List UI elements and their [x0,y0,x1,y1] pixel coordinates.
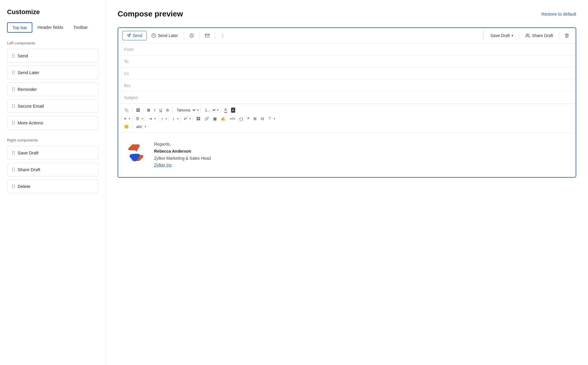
strikethrough-button[interactable]: S [164,107,171,114]
sig-company-link[interactable]: Zylker Inc [154,163,172,167]
save-draft-chevron-icon: ▾ [512,34,513,38]
signature-text: Regards, Rebecca Anderson Zylker Marketi… [154,141,211,169]
code-button[interactable]: </> [228,115,237,122]
superscript-button[interactable]: x² [182,115,189,122]
tab-top-bar[interactable]: Top bar [7,22,32,33]
drag-handle-send-later [12,71,15,74]
cc-input[interactable] [136,71,570,76]
indent-button[interactable]: ⇥ [147,115,154,122]
svg-point-8 [527,34,528,35]
component-send-later-label: Send Later [18,70,39,75]
compose-toolbar: Send Send Later [118,28,576,44]
italic-button[interactable]: I [152,107,157,114]
underline-button[interactable]: U [158,107,164,114]
share-draft-icon [525,33,530,38]
company-logo [125,141,149,164]
component-send[interactable]: Send [7,49,98,63]
rich-toolbar-row-3: 🙂 abc ▾ [122,123,572,130]
rt-divider-3 [172,108,173,113]
restore-to-default-link[interactable]: Restore to default [542,11,576,16]
highlight-button[interactable]: A [229,106,237,114]
spellcheck-button[interactable]: abc [134,123,144,130]
share-draft-label: Share Draft [532,33,553,38]
send-icon [127,34,131,38]
code-block-button[interactable]: { } [238,115,245,122]
reminder-icon [189,33,194,38]
toolbar-divider-2 [199,32,200,39]
tab-bar: Top bar Header fields Toolbar [7,22,98,33]
save-draft-label: Save Draft [490,33,510,38]
svg-point-7 [223,37,223,37]
drag-handle-reminder [12,87,15,91]
align-chevron-icon: ▾ [129,117,130,120]
font-size-chevron-icon: ▾ [217,108,219,112]
more-format-button[interactable]: ⊤ [266,115,273,122]
rt-divider-11 [193,116,193,121]
attachment-button[interactable]: 📎 [122,107,131,114]
image-button[interactable]: 🖼 [134,107,142,114]
list-button[interactable]: ☰ [134,115,141,122]
send-button[interactable]: Send [122,31,147,40]
svg-point-6 [223,35,223,36]
component-share-draft[interactable]: Share Draft [7,163,98,176]
page-title: Compose preview [118,9,183,19]
sig-greeting: Regards, [154,141,211,148]
rt-divider-5 [220,108,221,113]
subject-input[interactable] [138,95,570,100]
rt-divider-8 [158,116,158,121]
font-color-button[interactable]: A [223,106,229,114]
font-family-select[interactable]: Tahoma [174,107,196,114]
signature-button[interactable]: ✍ [219,115,227,122]
secure-email-button[interactable] [203,31,212,40]
line-height-button[interactable]: ↕ [160,115,165,122]
tab-header-fields[interactable]: Header fields [32,22,68,33]
more-format-chevron-icon: ▾ [274,117,275,120]
component-reminder[interactable]: Reminder [7,82,98,96]
delete-button[interactable] [562,31,572,40]
send-later-button[interactable]: Send Later [148,31,181,40]
highlight-icon: A [231,108,235,113]
emoji-button[interactable]: 🙂 [122,123,131,130]
insert-link-button[interactable]: 🔗 [203,115,211,122]
envelope-icon [205,33,210,38]
component-secure-email[interactable]: Secure Email [7,99,98,113]
font-size-select[interactable]: 1... [203,107,216,114]
tab-toolbar[interactable]: Toolbar [68,22,93,33]
component-delete[interactable]: Delete [7,179,98,193]
indent-chevron-icon: ▾ [154,117,156,120]
component-save-draft[interactable]: Save Draft [7,146,98,160]
to-field: To [118,56,576,68]
sig-title: Zylker Marketing & Sales Head [154,155,211,162]
right-component-list: Save Draft Share Draft Delete [7,146,98,193]
bcc-label: Bcc [124,83,136,88]
bold-button[interactable]: B [146,107,152,114]
component-save-draft-label: Save Draft [18,150,39,155]
component-more-actions[interactable]: More Actions [7,116,98,130]
strikeout-button[interactable]: ⊟ [259,115,266,122]
sidebar: Customize Top bar Header fields Toolbar … [0,0,106,365]
more-actions-button[interactable] [218,31,228,40]
quote-button[interactable]: ❝ [245,115,251,122]
insert-image-button[interactable]: 🖼 [195,115,202,122]
align-button[interactable]: ≡ [122,115,128,122]
component-send-later[interactable]: Send Later [7,66,98,79]
from-field: From [118,44,576,56]
table2-button[interactable]: ⊞ [252,115,258,122]
component-delete-label: Delete [18,184,30,189]
save-draft-button[interactable]: Save Draft ▾ [487,31,516,40]
share-draft-button[interactable]: Share Draft [522,31,556,40]
spacing-button[interactable]: ↨ [171,115,176,122]
subject-field: Subject [118,92,576,104]
rt-divider-4 [201,108,201,113]
reminder-button[interactable] [187,31,196,40]
to-input[interactable] [136,59,570,64]
component-reminder-label: Reminder [18,87,37,92]
signature-area: Regards, Rebecca Anderson Zylker Marketi… [118,133,576,177]
table-button[interactable]: ▦ [211,115,218,122]
rt-divider-9 [169,116,169,121]
superscript-chevron-icon: ▾ [189,117,191,120]
svg-point-5 [223,34,223,34]
cc-label: Cc [124,71,136,76]
bcc-input[interactable] [136,83,570,88]
from-input[interactable] [136,47,570,52]
